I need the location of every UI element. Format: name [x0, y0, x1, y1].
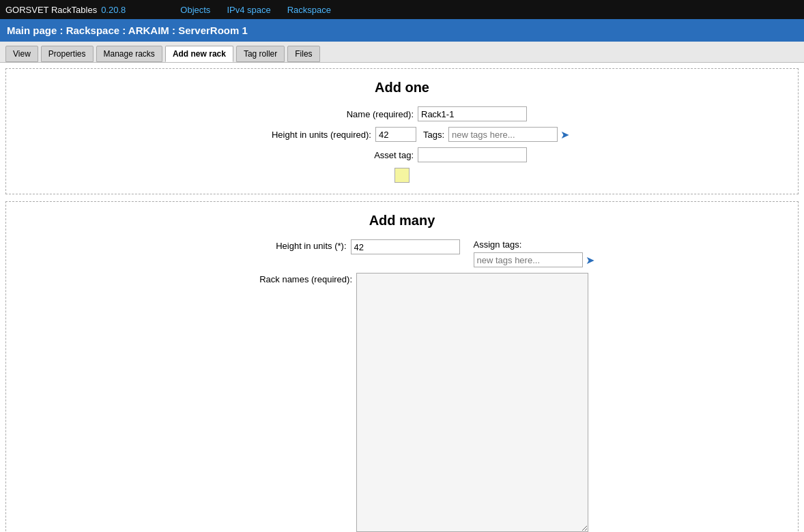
assign-tags-label: Assign tags: — [474, 239, 522, 250]
add-one-title: Add one — [13, 80, 791, 95]
rack-names-textarea[interactable] — [356, 273, 588, 532]
add-many-title: Add many — [13, 213, 791, 228]
name-input[interactable] — [418, 106, 527, 121]
nav-ipv4space[interactable]: IPv4 space — [227, 5, 270, 15]
height-input[interactable] — [375, 127, 416, 142]
tab-files[interactable]: Files — [287, 46, 319, 62]
name-label: Name (required): — [277, 109, 414, 119]
tags-arrow-icon[interactable]: ➤ — [560, 128, 569, 141]
many-height-input[interactable] — [351, 239, 460, 254]
name-row: Name (required): — [13, 106, 791, 121]
asset-label: Asset tag: — [277, 150, 414, 160]
tags-label: Tags: — [423, 130, 444, 140]
assign-tags-input[interactable] — [474, 252, 583, 267]
add-one-section: Add one Name (required): Height in units… — [5, 68, 799, 194]
many-height-label: Height in units (*): — [210, 239, 347, 251]
asset-row: Asset tag: — [13, 147, 791, 162]
nav-objects[interactable]: Objects — [180, 5, 210, 15]
rack-names-label: Rack names (required): — [216, 273, 352, 284]
height-label: Height in units (required): — [235, 130, 371, 140]
tags-input[interactable] — [448, 127, 558, 142]
add-many-section: Add many Height in units (*): Assign tag… — [5, 201, 799, 532]
rack-names-row: Rack names (required): — [13, 273, 791, 532]
brand-label: GORSVET RackTables — [5, 5, 97, 15]
topbar: GORSVET RackTables 0.20.8 Objects IPv4 s… — [0, 0, 804, 19]
tab-properties[interactable]: Properties — [41, 46, 94, 62]
add-one-submit-button[interactable] — [394, 168, 410, 183]
version-label[interactable]: 0.20.8 — [101, 5, 126, 15]
assign-tags-arrow-icon[interactable]: ➤ — [586, 254, 594, 267]
height-tags-row: Height in units (required): Tags: ➤ — [13, 127, 791, 142]
tab-manage-racks[interactable]: Manage racks — [96, 46, 162, 62]
tab-add-new-rack[interactable]: Add new rack — [165, 46, 233, 62]
top-nav: Objects IPv4 space Rackspace — [180, 5, 331, 15]
tab-tag-roller[interactable]: Tag roller — [236, 46, 285, 62]
many-height-row: Height in units (*): Assign tags: ➤ — [13, 239, 791, 267]
main-content: Add one Name (required): Height in units… — [0, 63, 804, 532]
add-one-submit-row — [13, 168, 791, 183]
breadcrumb: Main page : Rackspace : ARKAIM : ServerR… — [0, 19, 804, 42]
tabbar: View Properties Manage racks Add new rac… — [0, 42, 804, 63]
nav-rackspace[interactable]: Rackspace — [287, 5, 331, 15]
asset-input[interactable] — [418, 147, 527, 162]
tags-section: Tags: ➤ — [423, 127, 569, 142]
assign-tags-input-row: ➤ — [474, 252, 594, 267]
tab-view[interactable]: View — [5, 46, 38, 62]
assign-tags-section: Assign tags: ➤ — [474, 239, 594, 267]
